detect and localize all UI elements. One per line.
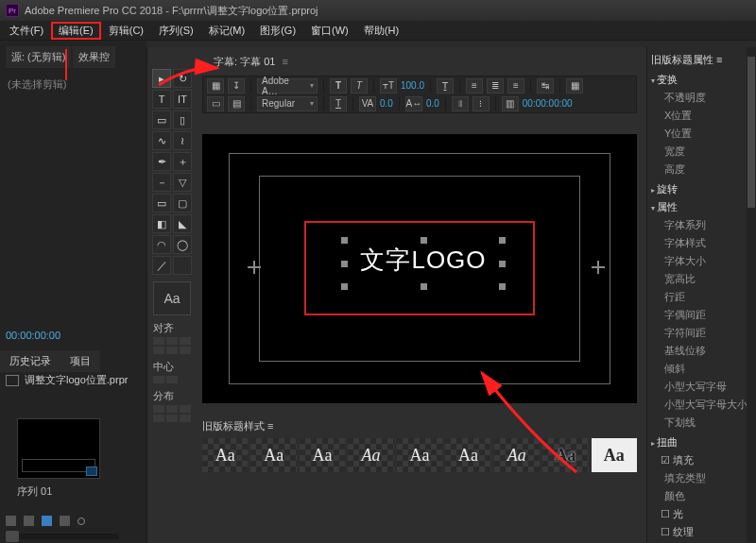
source-timecode[interactable]: 00:00:00:00 <box>6 330 60 341</box>
kerning-icon[interactable]: Ṯ <box>437 78 454 93</box>
roll-crawl-icon[interactable]: ↧ <box>228 78 245 93</box>
prop-opacity[interactable]: 不透明度 <box>651 89 752 107</box>
handle-bm[interactable] <box>421 283 427 290</box>
style-preview-swatch[interactable]: Aa <box>153 281 191 315</box>
handle-rm[interactable] <box>499 261 506 267</box>
vertical-path-type-tool-icon[interactable]: ≀ <box>173 131 192 150</box>
style-swatch[interactable]: Aa <box>397 438 442 472</box>
list-view-icon[interactable] <box>6 516 16 526</box>
new-bin-icon[interactable] <box>77 518 85 525</box>
style-swatch[interactable]: Aa <box>250 438 296 472</box>
handle-br[interactable] <box>499 283 506 290</box>
new-title-icon[interactable]: ▭ <box>207 96 224 111</box>
style-swatch[interactable]: Aa <box>202 438 248 472</box>
convert-anchor-tool-icon[interactable]: ▽ <box>173 173 192 192</box>
style-swatch[interactable]: Aa <box>300 438 345 472</box>
menu-file[interactable]: 文件(F) <box>2 22 51 40</box>
distribute-v-icon[interactable]: ⫶ <box>472 96 490 111</box>
tab-history[interactable]: 历史记录 <box>0 350 60 372</box>
align-buttons[interactable] <box>153 337 191 354</box>
tab-source[interactable]: 源: (无剪辑) <box>6 46 71 68</box>
show-video-icon[interactable]: ▦ <box>566 78 583 93</box>
handle-tm[interactable] <box>421 237 427 244</box>
group-properties[interactable]: 属性 <box>651 200 752 214</box>
prop-sheen[interactable]: 光 <box>651 505 752 523</box>
menu-help[interactable]: 帮助(H) <box>356 22 406 40</box>
templates-icon[interactable]: ▦ <box>207 78 224 93</box>
menu-graphics[interactable]: 图形(G) <box>252 22 303 40</box>
style-swatch[interactable]: Aa <box>542 438 588 472</box>
italic-icon[interactable]: T <box>351 78 368 93</box>
sequence-thumbnail[interactable] <box>17 418 100 479</box>
group-distort[interactable]: 扭曲 <box>651 435 752 450</box>
menu-clip[interactable]: 剪辑(C) <box>101 22 151 40</box>
align-center-icon[interactable]: ≣ <box>487 78 504 93</box>
tab-project[interactable]: 项目 <box>60 350 100 372</box>
vertical-area-type-tool-icon[interactable]: ▯ <box>173 110 192 129</box>
prop-tracking[interactable]: 字符间距 <box>651 324 752 342</box>
add-anchor-tool-icon[interactable]: ＋ <box>173 152 192 171</box>
rectangle-tool-icon[interactable]: ▭ <box>152 194 171 212</box>
center-buttons[interactable] <box>153 376 191 383</box>
underline-icon[interactable]: T <box>330 96 347 111</box>
distribute-buttons[interactable] <box>153 405 191 422</box>
font-size-value[interactable]: 100.0 <box>401 80 424 91</box>
menu-window[interactable]: 窗口(W) <box>303 22 356 40</box>
prop-font-family[interactable]: 字体系列 <box>651 216 752 234</box>
ellipse-tool-icon[interactable]: ◯ <box>173 235 192 254</box>
selection-tool-icon[interactable]: ▸ <box>152 69 171 88</box>
prop-kerning[interactable]: 字偶间距 <box>651 306 752 324</box>
path-type-tool-icon[interactable]: ∿ <box>152 131 171 150</box>
distribute-h-icon[interactable]: ⫴ <box>452 96 469 111</box>
zoom-slider[interactable] <box>6 534 119 539</box>
prop-leading[interactable]: 行距 <box>651 288 752 306</box>
zoom-slider-knob[interactable] <box>6 531 19 542</box>
prop-fill-type[interactable]: 填充类型 <box>651 469 752 487</box>
menu-edit[interactable]: 编辑(E) <box>51 22 101 40</box>
group-fill[interactable]: 填充 <box>651 451 752 469</box>
style-swatch[interactable]: Aa <box>348 438 393 472</box>
type-tool-icon[interactable]: T <box>152 90 171 109</box>
props-scrollbar-thumb[interactable] <box>747 57 755 208</box>
menu-sequence[interactable]: 序列(S) <box>151 22 201 40</box>
handle-bl[interactable] <box>341 283 348 290</box>
freeform-view-icon[interactable] <box>42 516 52 526</box>
prop-color[interactable]: 颜色 <box>651 487 752 505</box>
prop-height[interactable]: 高度 <box>651 161 752 178</box>
kerning-value[interactable]: 0.0 <box>380 98 393 109</box>
prop-aspect[interactable]: 宽高比 <box>651 270 752 288</box>
panel-menu-icon[interactable]: ≡ <box>282 56 287 67</box>
prop-slant[interactable]: 倾斜 <box>651 360 752 378</box>
wedge-tool-icon[interactable]: ◣ <box>173 214 192 233</box>
sort-icon[interactable] <box>60 516 70 526</box>
prop-font-style[interactable]: 字体样式 <box>651 234 752 252</box>
bold-icon[interactable]: T <box>330 78 347 93</box>
project-file-row[interactable]: 调整文字logo位置.prpr <box>6 373 128 387</box>
safe-margin-icon[interactable]: ▥ <box>502 96 519 111</box>
align-right-icon[interactable]: ≡ <box>507 78 524 93</box>
prop-baseline[interactable]: 基线位移 <box>651 342 752 360</box>
prop-width[interactable]: 宽度 <box>651 143 752 161</box>
group-transform[interactable]: 变换 <box>651 73 752 87</box>
font-family-dropdown[interactable]: Adobe A… <box>257 78 318 93</box>
prop-xposition[interactable]: X位置 <box>651 107 752 125</box>
prop-underline[interactable]: 下划线 <box>651 414 752 432</box>
font-weight-dropdown[interactable]: Regular <box>257 96 318 111</box>
props-scrollbar[interactable] <box>747 47 756 543</box>
prop-yposition[interactable]: Y位置 <box>651 125 752 143</box>
bounding-box[interactable] <box>344 240 503 287</box>
clipped-rect-tool-icon[interactable]: ◧ <box>152 214 171 233</box>
prop-smallcaps[interactable]: 小型大写字母 <box>651 378 752 396</box>
tab-effect-controls[interactable]: 效果控 <box>73 46 115 68</box>
titler-timecode[interactable]: 00:00:00:00 <box>523 98 573 109</box>
handle-tl[interactable] <box>341 237 348 244</box>
style-swatch[interactable]: Aa <box>445 438 490 472</box>
line-tool-icon[interactable]: ／ <box>152 256 171 275</box>
arc-tool-icon[interactable]: ◠ <box>152 235 171 254</box>
handle-lm[interactable] <box>341 261 348 267</box>
titler-tab[interactable]: 字幕: 字幕 01 ≡ <box>214 55 288 69</box>
align-left-icon[interactable]: ≡ <box>466 78 483 93</box>
vertical-type-tool-icon[interactable]: IT <box>173 90 192 109</box>
icon-view-icon[interactable] <box>24 516 34 526</box>
rounded-rect-tool-icon[interactable]: ▢ <box>173 194 192 212</box>
